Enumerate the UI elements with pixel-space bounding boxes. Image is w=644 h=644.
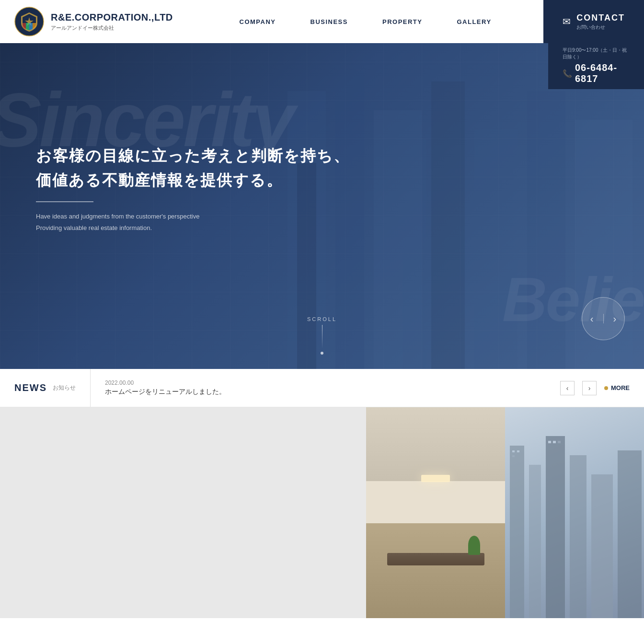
logo-emblem bbox=[14, 7, 44, 36]
svg-rect-10 bbox=[510, 446, 524, 618]
news-label-jp: お知らせ bbox=[53, 384, 76, 392]
hero-next-button[interactable]: › bbox=[610, 311, 621, 326]
svg-rect-20 bbox=[553, 441, 556, 443]
news-right: ‹ › MORE bbox=[546, 381, 644, 395]
contact-text: CONTACT お問い合わせ bbox=[576, 13, 625, 31]
hero-divider bbox=[36, 201, 93, 202]
hero-title-line2: 価値ある不動産情報を提供する。 bbox=[36, 168, 350, 193]
svg-rect-12 bbox=[546, 436, 565, 618]
lower-left-panel bbox=[0, 407, 366, 618]
news-label-en: NEWS bbox=[14, 382, 47, 393]
main-nav: COMPANY BUSINESS PROPERTY GALLERY bbox=[187, 0, 544, 43]
lower-section bbox=[0, 407, 644, 618]
logo-text-block: R&E.CORPORATION.,LTD アールアンドイー株式会社 bbox=[51, 12, 173, 32]
svg-rect-21 bbox=[558, 441, 561, 443]
hero-carousel-nav: ‹ › bbox=[582, 297, 625, 340]
svg-rect-18 bbox=[512, 455, 515, 457]
svg-rect-13 bbox=[570, 455, 586, 618]
contact-button[interactable]: ✉ CONTACT お問い合わせ bbox=[543, 0, 644, 43]
scroll-label: SCROLL bbox=[307, 316, 337, 322]
news-content: 2022.00.00 ホームページをリニューアルしました。 bbox=[91, 380, 546, 396]
news-more-label: MORE bbox=[611, 384, 630, 391]
nav-business[interactable]: BUSINESS bbox=[293, 0, 365, 43]
lower-right-panel bbox=[505, 407, 644, 618]
svg-rect-6 bbox=[527, 91, 565, 369]
header: R&E.CORPORATION.,LTD アールアンドイー株式会社 COMPAN… bbox=[0, 0, 644, 43]
room-light bbox=[421, 475, 450, 482]
svg-rect-17 bbox=[517, 450, 519, 452]
company-name: R&E.CORPORATION.,LTD bbox=[51, 12, 173, 23]
hero-prev-button[interactable]: ‹ bbox=[586, 311, 598, 326]
phone-bar: 平日9:00〜17:00（土・日・祝日除く） 📞 06-6484-6817 bbox=[548, 43, 644, 89]
phone-hours: 平日9:00〜17:00（土・日・祝日除く） bbox=[563, 47, 630, 60]
news-label-block: NEWS お知らせ bbox=[0, 369, 91, 407]
hero-subtitle-line1: Have ideas and judgments from the custom… bbox=[36, 211, 350, 222]
news-more-link[interactable]: MORE bbox=[604, 384, 630, 391]
hero-section: Sincerity Belief お客様の目線に立った考えと判断を持ち、 価値あ… bbox=[0, 43, 644, 369]
hero-subtitle-line2: Providing valuable real estate informati… bbox=[36, 222, 350, 233]
phone-number: 06-6484-6817 bbox=[575, 62, 630, 84]
contact-label-en: CONTACT bbox=[576, 13, 625, 23]
svg-rect-9 bbox=[402, 139, 426, 369]
company-name-jp: アールアンドイー株式会社 bbox=[51, 24, 173, 32]
phone-number-row: 📞 06-6484-6817 bbox=[563, 62, 630, 84]
news-prev-button[interactable]: ‹ bbox=[560, 381, 575, 395]
news-next-button[interactable]: › bbox=[582, 381, 597, 395]
nav-gallery[interactable]: GALLERY bbox=[439, 0, 508, 43]
svg-rect-19 bbox=[548, 441, 551, 443]
scroll-indicator: SCROLL bbox=[307, 316, 337, 355]
logo-area: R&E.CORPORATION.,LTD アールアンドイー株式会社 bbox=[0, 0, 187, 43]
svg-rect-14 bbox=[591, 474, 613, 618]
room-plant bbox=[468, 536, 480, 555]
news-date: 2022.00.00 bbox=[105, 380, 531, 386]
svg-rect-11 bbox=[529, 465, 541, 618]
lower-center-panel bbox=[366, 407, 505, 618]
room-wall bbox=[366, 481, 505, 523]
city-buildings-svg bbox=[505, 407, 644, 618]
news-text: ホームページをリニューアルしました。 bbox=[105, 388, 531, 396]
contact-label-jp: お問い合わせ bbox=[576, 24, 605, 31]
hero-content: お客様の目線に立った考えと判断を持ち、 価値ある不動産情報を提供する。 Have… bbox=[36, 144, 350, 233]
svg-rect-4 bbox=[431, 81, 465, 369]
news-bar: NEWS お知らせ 2022.00.00 ホームページをリニューアルしました。 … bbox=[0, 369, 644, 407]
nav-company[interactable]: COMPANY bbox=[222, 0, 293, 43]
nav-separator bbox=[603, 314, 604, 323]
nav-property[interactable]: PROPERTY bbox=[365, 0, 440, 43]
more-dot-icon bbox=[604, 386, 608, 390]
phone-icon: 📞 bbox=[563, 69, 572, 78]
room-floor bbox=[366, 523, 505, 618]
envelope-icon: ✉ bbox=[563, 16, 571, 27]
svg-rect-5 bbox=[474, 129, 518, 369]
svg-rect-16 bbox=[512, 450, 515, 452]
svg-rect-15 bbox=[618, 450, 642, 618]
hero-nav-circle[interactable]: ‹ › bbox=[582, 297, 625, 340]
scroll-dot bbox=[321, 352, 323, 355]
room-ceiling bbox=[366, 407, 505, 481]
hero-title-line1: お客様の目線に立った考えと判断を持ち、 bbox=[36, 144, 350, 168]
scroll-line bbox=[322, 325, 322, 349]
